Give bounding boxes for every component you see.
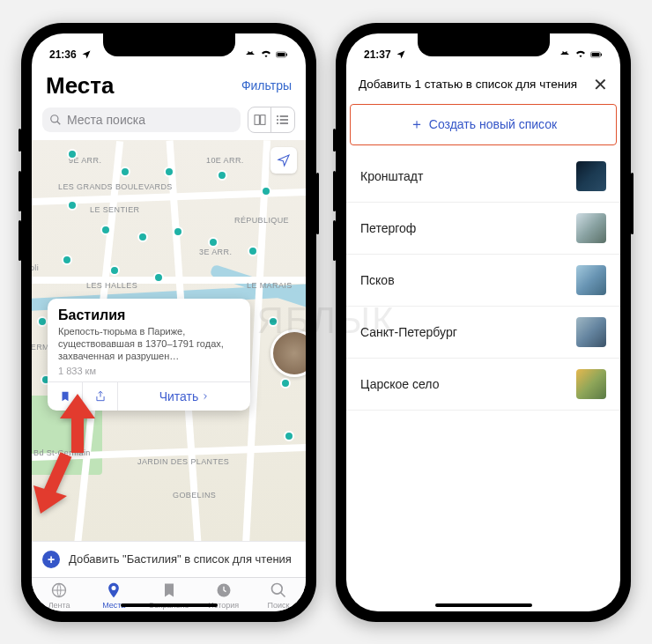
locate-me-button[interactable] [270, 147, 297, 174]
annotation-arrow-up [42, 387, 113, 457]
svg-point-14 [112, 586, 116, 590]
globe-icon [49, 581, 69, 599]
map-label: 3E ARR. [199, 248, 232, 256]
place-card-distance: 1 833 км [58, 366, 240, 376]
map-label: RÉPUBLIQUE [234, 216, 289, 225]
annotation-arrow-down [32, 450, 88, 521]
list-item-label: Кронштадт [360, 169, 423, 183]
phone-left: 21:36 Места Фильтры Места поиска [21, 23, 316, 622]
sheet-title: Добавить 1 статью в список для чтения [359, 78, 577, 91]
home-indicator[interactable] [435, 603, 532, 607]
map-label: LES GRANDS BOULEVARDS [58, 182, 173, 191]
location-services-icon [395, 49, 407, 60]
list-item[interactable]: Царское село [346, 359, 620, 411]
map-label: de Rivoli [32, 263, 39, 272]
plus-icon: + [42, 551, 60, 568]
view-toggle[interactable] [248, 107, 295, 133]
list-item-label: Псков [360, 273, 395, 287]
list-item-label: Царское село [360, 377, 439, 391]
svg-point-11 [277, 119, 278, 121]
pin-icon [104, 581, 123, 599]
list-item-label: Санкт-Петербург [360, 325, 457, 339]
search-tab-icon [269, 581, 288, 599]
svg-line-4 [57, 121, 61, 124]
map-view-toggle[interactable] [248, 107, 271, 132]
clock-icon [214, 581, 233, 599]
map-label: 10E ARR. [206, 156, 244, 165]
svg-point-16 [271, 583, 282, 594]
wifi-icon [260, 49, 272, 60]
list-item-thumbnail [576, 213, 606, 243]
map-label: LES HALLES [86, 281, 137, 290]
map-label: JARDIN DES PLANTES [137, 457, 229, 466]
plus-icon: ＋ [410, 115, 424, 134]
status-time: 21:36 [49, 48, 77, 61]
add-to-reading-list-banner[interactable]: + Добавить "Бастилия" в список для чтени… [32, 541, 306, 577]
svg-rect-6 [260, 115, 264, 124]
locate-icon [277, 153, 291, 167]
battery-icon [276, 49, 288, 60]
list-item[interactable]: Санкт-Петербург [346, 307, 620, 359]
map-label: LE SENTIER [90, 205, 140, 214]
location-services-icon [80, 49, 93, 60]
tab-search[interactable]: Поиск [251, 581, 306, 610]
wifi-icon [574, 49, 587, 60]
list-item-thumbnail [576, 161, 606, 191]
map-label: LE MARAIS [247, 281, 293, 290]
svg-point-3 [51, 115, 58, 122]
svg-line-17 [280, 592, 285, 596]
list-item[interactable]: Псков [346, 255, 620, 307]
svg-point-12 [277, 122, 278, 124]
svg-rect-1 [278, 53, 285, 56]
list-item[interactable]: Петергоф [346, 203, 620, 255]
list-item-thumbnail [576, 369, 606, 399]
close-button[interactable]: ✕ [593, 74, 608, 95]
place-thumbnail [270, 329, 306, 377]
place-card-description: Крепость-тюрьма в Париже, существовавшая… [58, 325, 240, 363]
airplane-mode-icon [559, 49, 571, 60]
svg-rect-20 [601, 53, 602, 56]
read-button[interactable]: Читать [118, 382, 250, 411]
phone-right: 21:37 Добавить 1 статью в список для чте… [336, 23, 631, 622]
add-banner-text: Добавить "Бастилия" в список для чтения [69, 552, 292, 566]
create-new-list-button[interactable]: ＋ Создать новый список [350, 104, 617, 145]
list-icon [276, 113, 290, 127]
battery-icon [590, 49, 603, 60]
list-item-thumbnail [576, 265, 606, 295]
list-item[interactable]: Кронштадт [346, 151, 620, 203]
page-title: Места [46, 72, 114, 100]
list-view-toggle[interactable] [271, 107, 294, 132]
svg-rect-2 [286, 53, 287, 56]
map[interactable]: 9E ARR. 10E ARR. LES GRANDS BOULEVARDS L… [32, 140, 306, 541]
search-input[interactable]: Места поиска [42, 107, 241, 132]
svg-rect-5 [255, 115, 259, 124]
tab-feed[interactable]: Лента [32, 581, 86, 610]
search-icon [49, 114, 62, 126]
svg-rect-19 [592, 53, 600, 56]
list-item-thumbnail [576, 317, 606, 347]
chevron-right-icon [202, 391, 209, 402]
list-item-label: Петергоф [360, 221, 416, 235]
svg-point-10 [277, 115, 278, 117]
map-icon [253, 113, 267, 127]
airplane-mode-icon [244, 49, 256, 60]
place-card-title: Бастилия [58, 307, 240, 323]
filters-link[interactable]: Фильтры [241, 78, 292, 93]
bookmark-tab-icon [159, 581, 179, 599]
search-placeholder: Места поиска [67, 113, 145, 127]
status-time: 21:37 [364, 48, 391, 61]
map-label: GOBELINS [173, 491, 216, 500]
home-indicator[interactable] [121, 603, 218, 607]
